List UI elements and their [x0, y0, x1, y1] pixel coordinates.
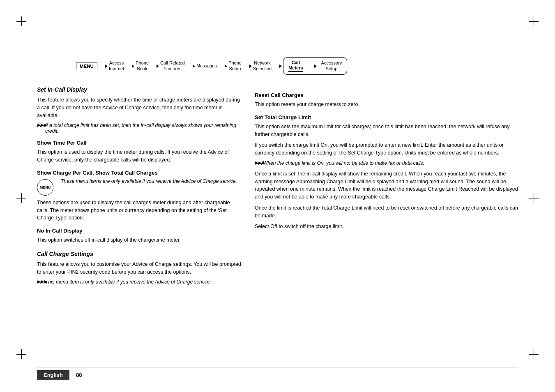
nav-item-access-internet[interactable]: Access Internet	[109, 60, 124, 71]
right-sub1-body: This option resets your charge meters to…	[255, 101, 518, 108]
nav-arrow-5	[243, 66, 251, 66]
menu-label: MENU	[80, 64, 94, 69]
navigation-breadcrumb: MENU Access Internet Phone Book Call Rel…	[76, 53, 524, 79]
nav-label-line2: Book	[137, 66, 147, 71]
nav-active-group: Call Meters Accessory Setup	[283, 57, 347, 75]
right-sub1-title: Reset Call Charges	[255, 92, 518, 98]
right-sub2-body2: If you switch the charge limit On, you w…	[255, 141, 518, 157]
right-sub2-body5: Select Off to switch off the charge limi…	[255, 223, 518, 231]
section2-note: ▶▶▶ This menu item is only available if …	[37, 279, 242, 285]
nav-label-line1: Network	[254, 60, 270, 66]
crosshair-mid-left	[16, 193, 26, 203]
sub2-note: These menu items are only available if y…	[58, 178, 242, 184]
menu-icon: MENU	[37, 179, 53, 196]
nav-item-phone-setup[interactable]: Phone Setup	[228, 60, 242, 71]
right-sub2-body3: Once a limit is set, the in-call display…	[255, 170, 518, 201]
nav-item-call-related-features[interactable]: Call Related Features	[160, 60, 185, 71]
nav-label-line2: Meters	[288, 65, 303, 71]
nav-item-messages[interactable]: Messages	[196, 63, 217, 69]
nav-label-line1: Phone	[136, 60, 149, 66]
right-sub2-body4: Once the limit is reached the Total Char…	[255, 204, 518, 220]
nav-label-line1: Call Related	[160, 60, 185, 66]
page-number: 88	[69, 372, 82, 378]
right-sub2-title: Set Total Charge Limit	[255, 114, 518, 120]
section2-body: This feature allows you to customise you…	[37, 261, 242, 276]
nav-arrow-6	[273, 66, 281, 66]
sub1-body: This option is used to display the time …	[37, 148, 242, 164]
crosshair-bottom-left	[16, 349, 26, 359]
nav-arrow-1	[126, 66, 134, 66]
note-icon-3: ▶▶▶	[255, 160, 265, 166]
nav-item-network-selection[interactable]: Network Selection	[253, 60, 272, 71]
nav-label-line2: Features	[164, 66, 181, 71]
right-sub2-note-text: When the charge limit is On, you will no…	[263, 160, 424, 166]
crosshair-bottom-right	[529, 349, 539, 359]
sub2-body: These options are used to display the ca…	[37, 199, 242, 222]
sub2-note-text: These menu items are only available if y…	[61, 178, 237, 184]
nav-arrow-3	[187, 66, 195, 66]
right-sub2-body1: This option sets the maximum limit for c…	[255, 123, 518, 138]
footer: English 88	[37, 370, 518, 380]
nav-label-line2: Setup	[229, 66, 241, 71]
nav-label-line1: Messages	[196, 63, 217, 69]
language-label: English	[37, 370, 69, 380]
nav-item-phone-book[interactable]: Phone Book	[136, 60, 149, 71]
nav-arrow-4	[219, 66, 227, 66]
nav-label-line2: Internet	[109, 66, 124, 71]
nav-label-line1: Call	[292, 60, 300, 65]
sub1-title: Show Time Per Call	[37, 140, 242, 146]
nav-arrow-2	[150, 66, 159, 66]
nav-arrow-7	[308, 66, 316, 66]
main-content: Set In-Call Display This feature allows …	[37, 86, 518, 351]
right-sub2-note: ▶▶▶ When the charge limit is On, you wil…	[255, 160, 518, 166]
nav-label-line1: Accessory	[321, 60, 342, 66]
note-icon-2: ▶▶▶	[37, 279, 47, 284]
nav-item-call-meters[interactable]: Call Meters	[288, 60, 303, 72]
nav-label-line2: Setup	[326, 66, 338, 71]
crosshair-top-right	[529, 16, 539, 26]
menu-box: MENU	[76, 62, 97, 70]
section1-title: Set In-Call Display	[37, 86, 242, 93]
nav-label-line1: Access	[109, 60, 124, 66]
sub3-body: This option switches off in-call display…	[37, 236, 242, 244]
nav-item-accessory-setup[interactable]: Accessory Setup	[321, 60, 342, 71]
note-icon-1: ▶▶▶	[37, 122, 47, 128]
section2-title: Call Charge Settings	[37, 251, 242, 257]
sub2-title: Show Charge Per Call, Show Total Call Ch…	[37, 170, 242, 176]
section1-note-text: If a total charge limit has been set, th…	[45, 122, 236, 134]
footer-divider	[37, 367, 518, 367]
nav-arrow-0	[99, 66, 107, 66]
crosshair-top-left	[16, 16, 26, 26]
section2-note-text: This menu item is only available if you …	[45, 279, 211, 285]
sub3-title: No In-Call Display	[37, 228, 242, 234]
section1-note: ▶▶▶ If a total charge limit has been set…	[37, 122, 242, 134]
right-column: Reset Call Charges This option resets yo…	[255, 86, 518, 351]
section1-body: This feature allows you to specify wheth…	[37, 96, 242, 119]
crosshair-mid-right	[529, 193, 539, 203]
left-column: Set In-Call Display This feature allows …	[37, 86, 242, 351]
nav-label-line1: Phone	[228, 60, 242, 66]
nav-label-line2: Selection	[253, 66, 272, 71]
menu-icon-label: MENU	[40, 185, 51, 189]
